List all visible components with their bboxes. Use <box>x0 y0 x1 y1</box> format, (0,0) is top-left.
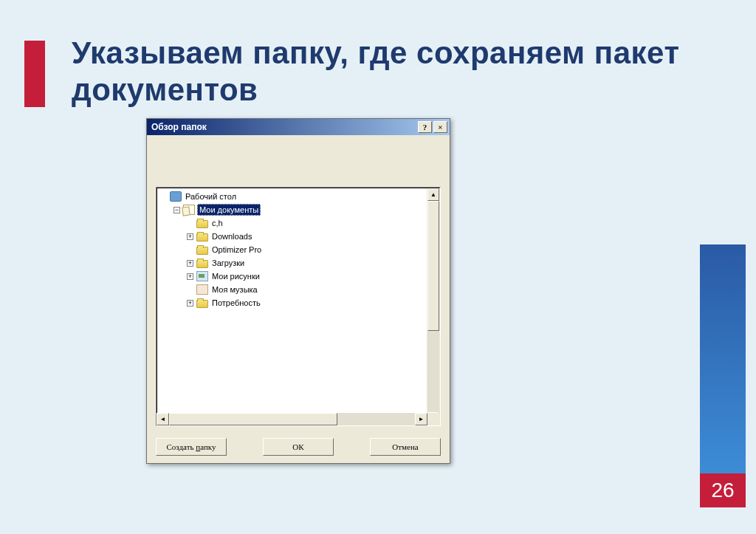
tree-node-label: Потребность <box>210 298 262 308</box>
tree-node-label: Моя музыка <box>210 284 259 295</box>
desktop-icon <box>170 191 182 202</box>
page-number-badge: 26 <box>700 473 746 507</box>
side-decoration <box>700 244 746 473</box>
tree-node[interactable]: Моя музыка <box>157 283 427 296</box>
slide-title: Указываем папку, где сохраняем пакет док… <box>72 35 756 109</box>
tree-node-label: Мои документы <box>197 204 261 216</box>
btn-text-prefix: Создать <box>167 442 196 451</box>
tree-node[interactable]: −Мои документы <box>157 203 427 216</box>
tree-node-label: Мои рисунки <box>210 271 261 281</box>
folder-icon <box>196 247 208 255</box>
music-folder-icon <box>196 284 208 295</box>
folder-tree[interactable]: Рабочий стол−Мои документыс,h+DownloadsO… <box>157 188 427 425</box>
help-button[interactable]: ? <box>418 121 432 133</box>
my-documents-icon <box>183 205 195 215</box>
scroll-left-button[interactable]: ◄ <box>157 413 169 425</box>
tree-node[interactable]: +Потребность <box>157 296 427 309</box>
folder-icon <box>196 300 208 308</box>
tree-node[interactable]: +Downloads <box>157 230 427 243</box>
scroll-up-button[interactable]: ▲ <box>427 188 439 201</box>
folder-icon <box>196 220 208 228</box>
dialog-title: Обзор папок <box>151 122 416 132</box>
dialog-button-row: Создать папку ОК Отмена <box>156 426 441 456</box>
ok-button[interactable]: ОК <box>263 438 334 456</box>
tree-node-label: Рабочий стол <box>184 191 238 202</box>
tree-node[interactable]: Optimizer Pro <box>157 243 427 256</box>
expand-placeholder <box>187 247 193 253</box>
collapse-icon[interactable]: − <box>173 207 180 213</box>
tree-node[interactable]: Рабочий стол <box>157 190 427 203</box>
expand-icon[interactable]: + <box>187 233 193 240</box>
browse-folders-dialog: Обзор папок ? × Рабочий стол−Мои докумен… <box>146 118 450 464</box>
cancel-button[interactable]: Отмена <box>370 438 441 456</box>
tree-node-label: Optimizer Pro <box>210 244 263 255</box>
vertical-scrollbar[interactable]: ▲ ▼ <box>427 188 439 425</box>
expand-placeholder <box>187 287 193 293</box>
folder-icon <box>196 260 208 268</box>
folder-tree-container: Рабочий стол−Мои документыс,h+DownloadsO… <box>156 187 441 426</box>
scroll-thumb-horizontal[interactable] <box>169 413 337 425</box>
scroll-thumb-vertical[interactable] <box>427 201 439 331</box>
expand-placeholder <box>160 194 167 200</box>
tree-node-label: с,h <box>210 218 224 228</box>
title-accent-bar <box>24 41 45 107</box>
scroll-track-horizontal[interactable] <box>337 413 415 425</box>
dialog-spacer <box>156 143 441 187</box>
expand-icon[interactable]: + <box>187 300 193 307</box>
expand-icon[interactable]: + <box>187 273 193 280</box>
presentation-slide: Указываем папку, где сохраняем пакет док… <box>0 0 756 534</box>
pictures-folder-icon <box>196 271 208 281</box>
btn-text-suffix: апку <box>200 442 216 451</box>
folder-icon <box>196 233 208 242</box>
scrollbar-corner <box>427 413 440 425</box>
tree-node[interactable]: с,h <box>157 216 427 230</box>
tree-node[interactable]: +Загрузки <box>157 256 427 270</box>
tree-node-label: Downloads <box>210 231 253 242</box>
expand-placeholder <box>187 220 193 227</box>
dialog-titlebar[interactable]: Обзор папок ? × <box>147 119 450 135</box>
expand-icon[interactable]: + <box>187 260 193 267</box>
dialog-body: Рабочий стол−Мои документыс,h+DownloadsO… <box>147 135 450 463</box>
scroll-track-vertical[interactable] <box>427 331 439 412</box>
horizontal-scrollbar[interactable]: ◄ ► <box>157 413 427 425</box>
tree-node[interactable]: +Мои рисунки <box>157 270 427 283</box>
close-button[interactable]: × <box>433 121 447 133</box>
scroll-right-button[interactable]: ► <box>415 413 427 425</box>
new-folder-button[interactable]: Создать папку <box>156 438 227 456</box>
tree-node-label: Загрузки <box>210 258 246 268</box>
